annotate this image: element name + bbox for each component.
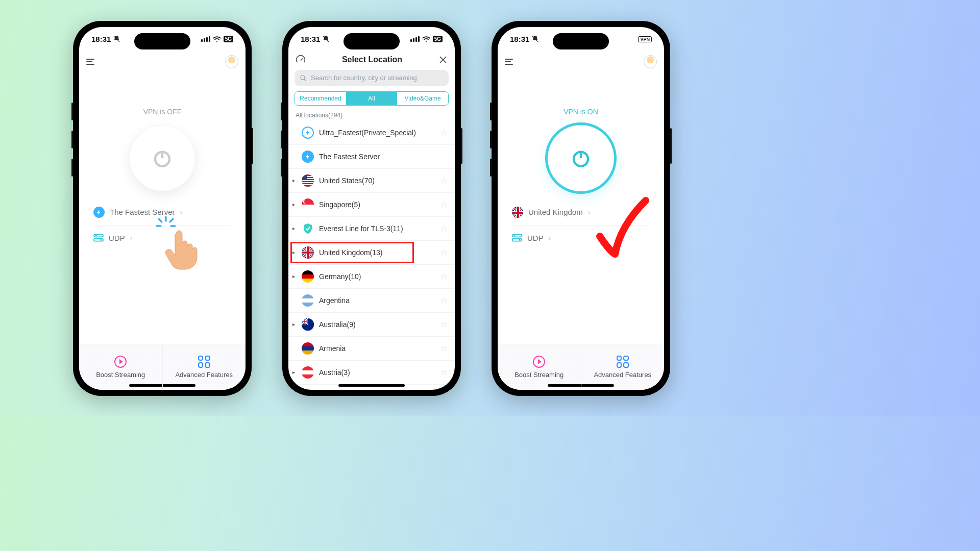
star-icon[interactable]: ☆ xyxy=(440,367,448,377)
star-icon[interactable]: ☆ xyxy=(440,319,448,329)
advanced-features-tab[interactable]: Advanced Features xyxy=(163,344,246,390)
boost-streaming-tab[interactable]: Boost Streaming xyxy=(498,344,581,390)
silent-icon xyxy=(113,35,120,43)
loc-ultra[interactable]: Ultra_Fastest(Private_Special) ☆ xyxy=(288,121,455,145)
menu-button[interactable] xyxy=(505,59,513,65)
loc-sg[interactable]: ▸ Singapore(5) ☆ xyxy=(288,193,455,217)
silent-icon xyxy=(322,35,330,43)
flag-at-icon xyxy=(302,366,314,379)
star-icon[interactable]: ☆ xyxy=(440,247,448,257)
power-icon xyxy=(570,147,592,169)
page-title: Select Location xyxy=(342,55,402,64)
check-annotation xyxy=(595,195,651,262)
screen-3: 18:31 VPN VPN is ON United Kingdom › xyxy=(498,27,664,390)
loc-fastest[interactable]: The Fastest Server xyxy=(288,145,455,169)
loc-everest[interactable]: ▸ Everest Line for TLS-3(11) ☆ xyxy=(288,217,455,241)
location-header: Select Location xyxy=(288,52,455,70)
advanced-features-tab[interactable]: Advanced Features xyxy=(581,344,665,390)
star-icon[interactable]: ☆ xyxy=(440,271,448,281)
dynamic-island xyxy=(553,33,609,49)
shield-icon xyxy=(302,222,314,235)
star-icon[interactable]: ☆ xyxy=(440,176,448,185)
profile-avatar[interactable] xyxy=(644,55,657,68)
protocol-selector[interactable]: UDP › xyxy=(512,234,551,242)
svg-rect-22 xyxy=(302,182,314,183)
server-label: United Kingdom xyxy=(528,208,583,216)
cellular-icon xyxy=(410,36,420,42)
chevron-right-icon: › xyxy=(180,208,183,216)
vpn-status-label: VPN is ON xyxy=(564,108,598,116)
protocol-label: UDP xyxy=(527,234,544,242)
fiveg-icon: 5G xyxy=(224,36,233,42)
flag-uk-icon xyxy=(302,246,314,259)
location-list[interactable]: Ultra_Fastest(Private_Special) ☆ The Fas… xyxy=(288,121,455,390)
flag-au-icon xyxy=(302,318,314,331)
wifi-icon xyxy=(422,36,430,42)
close-icon[interactable] xyxy=(438,55,448,64)
svg-point-38 xyxy=(513,235,515,236)
loc-au[interactable]: ▸ Australia(9) ☆ xyxy=(288,313,455,337)
bolt-icon xyxy=(93,207,105,218)
tab-all[interactable]: All xyxy=(346,92,397,105)
tab-recommended[interactable]: Recommended xyxy=(295,92,346,105)
status-time: 18:31 xyxy=(301,35,320,43)
cellular-icon xyxy=(201,36,210,42)
phone-frame-2: 18:31 5G Select Location Search for coun… xyxy=(282,21,461,396)
star-icon[interactable]: ☆ xyxy=(440,295,448,305)
flag-ar-icon xyxy=(302,294,314,307)
protocol-selector[interactable]: UDP › xyxy=(93,234,132,242)
loc-am[interactable]: Armenia ☆ xyxy=(288,337,455,361)
loc-us[interactable]: ▸ United States(70) ☆ xyxy=(288,169,455,193)
tab-video-game[interactable]: Video&Game xyxy=(397,92,448,105)
server-selector[interactable]: United Kingdom › xyxy=(512,207,590,218)
loc-ar[interactable]: Argentina ☆ xyxy=(288,289,455,313)
speed-icon[interactable] xyxy=(296,55,306,65)
boost-label: Boost Streaming xyxy=(514,371,564,379)
phone-frame-3: 18:31 VPN VPN is ON United Kingdom › xyxy=(492,21,670,396)
connect-button[interactable] xyxy=(129,125,195,191)
chevron-right-icon: › xyxy=(588,208,591,216)
dynamic-island xyxy=(134,33,190,49)
star-icon[interactable]: ☆ xyxy=(440,223,448,233)
svg-point-39 xyxy=(519,239,520,241)
search-input[interactable]: Search for country, city or streaming xyxy=(295,70,449,86)
bolt-icon xyxy=(302,151,314,163)
profile-avatar[interactable] xyxy=(225,55,238,68)
search-icon xyxy=(300,74,307,82)
bottom-tabs: Boost Streaming Advanced Features xyxy=(498,344,664,390)
menu-button[interactable] xyxy=(86,59,94,65)
connect-button[interactable] xyxy=(548,125,614,191)
boost-label: Boost Streaming xyxy=(96,371,145,379)
loc-de[interactable]: ▸ Germany(10) ☆ xyxy=(288,265,455,289)
status-time: 18:31 xyxy=(91,35,111,43)
protocol-icon xyxy=(93,234,104,242)
star-icon[interactable]: ☆ xyxy=(440,128,448,137)
svg-line-17 xyxy=(304,79,306,81)
svg-point-6 xyxy=(100,239,102,241)
boost-streaming-tab[interactable]: Boost Streaming xyxy=(79,344,163,390)
vpn-badge: VPN xyxy=(638,36,652,42)
dynamic-island xyxy=(344,33,400,49)
flag-de-icon xyxy=(302,270,314,283)
main-area: VPN is OFF The Fastest Server › UDP › xyxy=(79,72,246,344)
grid-icon xyxy=(198,356,210,368)
app-topbar xyxy=(79,52,246,72)
svg-rect-23 xyxy=(302,184,314,185)
star-icon[interactable]: ☆ xyxy=(440,199,448,209)
screen-2: 18:31 5G Select Location Search for coun… xyxy=(288,27,455,390)
star-icon[interactable]: ☆ xyxy=(440,343,448,353)
grid-icon xyxy=(617,356,629,368)
loc-at[interactable]: ▸ Austria(3) ☆ xyxy=(288,361,455,385)
vpn-status-label: VPN is OFF xyxy=(143,108,182,116)
flag-am-icon xyxy=(302,342,314,355)
tap-annotation xyxy=(161,225,202,273)
svg-point-5 xyxy=(95,235,96,236)
wifi-icon xyxy=(213,36,221,42)
flag-us-icon xyxy=(302,174,314,187)
search-placeholder: Search for country, city or streaming xyxy=(311,74,417,82)
svg-point-16 xyxy=(301,75,305,79)
loc-uk[interactable]: ▸ United Kingdom(13) ☆ xyxy=(288,241,455,265)
location-tabs: Recommended All Video&Game xyxy=(295,91,449,106)
silent-icon xyxy=(531,35,539,43)
home-indicator[interactable] xyxy=(338,384,405,387)
